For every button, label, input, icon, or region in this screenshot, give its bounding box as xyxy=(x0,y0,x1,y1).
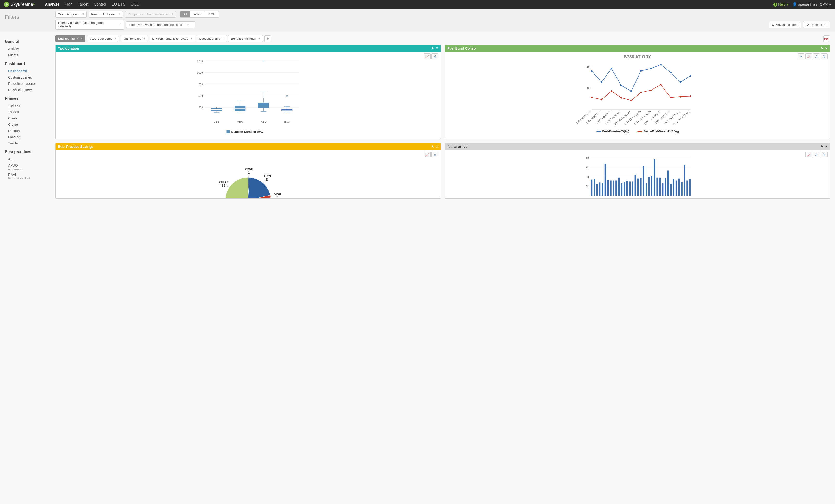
svg-text:500: 500 xyxy=(198,95,203,97)
print-icon[interactable]: 🖨 xyxy=(431,152,438,158)
close-icon[interactable]: ✕ xyxy=(190,37,192,40)
pill-all[interactable]: All xyxy=(180,11,190,18)
nav-target[interactable]: Target xyxy=(77,1,89,7)
nav-plan[interactable]: Plan xyxy=(64,1,73,7)
edit-icon[interactable]: ✎ xyxy=(431,145,434,148)
svg-rect-100 xyxy=(615,181,617,196)
add-tab-button[interactable]: ✚ xyxy=(264,35,271,42)
svg-rect-112 xyxy=(648,177,650,196)
sidebar-item-takeoff[interactable]: Takeoff xyxy=(5,109,50,115)
print-icon[interactable]: 🖨 xyxy=(813,54,820,59)
brand-name: SkyBreathe xyxy=(11,2,33,7)
reset-filters-button[interactable]: ↺Reset filters xyxy=(803,21,830,28)
brand-reg: ® xyxy=(33,3,35,6)
export-icon[interactable]: 📈 xyxy=(424,54,430,59)
close-icon[interactable]: ✕ xyxy=(115,37,117,40)
svg-text:2: 2 xyxy=(277,196,278,198)
svg-point-53 xyxy=(680,81,681,83)
print-icon[interactable]: 🖨 xyxy=(813,152,820,158)
export-icon[interactable]: 📈 xyxy=(806,152,812,158)
tab-ceo-dashboard[interactable]: CEO Dashboard✕ xyxy=(87,35,119,42)
arrival-bar-chart: 2k4k6k8k xyxy=(447,152,828,198)
close-icon[interactable]: ✕ xyxy=(81,37,83,40)
nav-eu-ets[interactable]: EU ETS xyxy=(111,1,126,7)
tab-engineering[interactable]: Engineering✎✕ xyxy=(55,35,85,42)
svg-rect-115 xyxy=(656,178,658,196)
widget-header: fuel at arrival ✎✕ xyxy=(445,143,830,150)
aircraft-pills: AllA320B738 xyxy=(180,11,219,18)
sidebar-item-climb[interactable]: Climb xyxy=(5,115,50,121)
pill-a320[interactable]: A320 xyxy=(190,11,205,18)
content: Engineering✎✕CEO Dashboard✕Maintenance✕E… xyxy=(55,32,835,202)
svg-rect-103 xyxy=(624,182,625,196)
pill-b738[interactable]: B738 xyxy=(205,11,219,18)
departure-dropdown[interactable]: Filter by departure airports (none selec… xyxy=(55,20,124,29)
sidebar-item-landing[interactable]: Landing xyxy=(5,134,50,140)
close-icon[interactable]: ✕ xyxy=(222,37,224,40)
svg-point-54 xyxy=(690,75,691,77)
close-icon[interactable]: ✕ xyxy=(143,37,145,40)
svg-line-74 xyxy=(263,181,265,183)
svg-rect-120 xyxy=(670,184,672,196)
export-icon[interactable]: 📈 xyxy=(806,54,812,59)
svg-point-52 xyxy=(670,72,672,73)
widget-fuel-arrival: fuel at arrival ✎✕ 📈🖨⇅ 2k4k6k8k xyxy=(445,143,830,199)
sidebar-item-custom-queries[interactable]: Custom queries xyxy=(5,74,50,80)
filter-icon[interactable]: ▼ xyxy=(798,54,805,59)
sidebar-item-taxi-out[interactable]: Taxi Out xyxy=(5,103,50,109)
close-icon[interactable]: ✕ xyxy=(258,37,260,40)
close-icon[interactable]: ✕ xyxy=(436,47,438,50)
tab-maintenance[interactable]: Maintenance✕ xyxy=(121,35,148,42)
brand-logo[interactable]: ✈ SkyBreathe® xyxy=(4,2,35,7)
svg-text:RAK: RAK xyxy=(284,121,290,124)
help-link[interactable]: ?Help ▾ xyxy=(773,2,789,6)
sidebar-item-predefined-queries[interactable]: Predefined queries xyxy=(5,80,50,87)
print-icon[interactable]: 🖨 xyxy=(431,54,438,59)
sidebar-item-flights[interactable]: Flights xyxy=(5,52,50,58)
filters-heading: Filters xyxy=(0,11,55,29)
sidebar-item-cruise[interactable]: Cruise xyxy=(5,121,50,128)
sidebar-item-descent[interactable]: Descent xyxy=(5,128,50,134)
pdf-export-button[interactable]: PDF xyxy=(823,35,830,42)
advanced-filters-button[interactable]: ⚙Advanced filters xyxy=(769,21,801,28)
svg-rect-105 xyxy=(629,181,631,196)
caret-icon: ⇅ xyxy=(186,23,188,26)
svg-point-49 xyxy=(640,70,642,72)
edit-icon[interactable]: ✎ xyxy=(431,47,434,50)
svg-rect-96 xyxy=(605,163,606,196)
svg-rect-110 xyxy=(643,166,644,196)
svg-rect-126 xyxy=(687,181,688,196)
arrival-dropdown[interactable]: Filter by arrival airports (none selecte… xyxy=(126,21,195,28)
widget-title: Best Practice Savings xyxy=(58,145,93,148)
widget-title: Taxi duration xyxy=(58,46,79,50)
svg-rect-106 xyxy=(632,181,633,196)
svg-text:4k: 4k xyxy=(586,175,589,178)
svg-rect-107 xyxy=(635,175,636,196)
tab-environmental-dashboard[interactable]: Environmental Dashboard✕ xyxy=(149,35,195,42)
sidebar-item-activity[interactable]: Activity xyxy=(5,46,50,52)
sidebar-item-taxi-in[interactable]: Taxi In xyxy=(5,140,50,146)
pencil-icon[interactable]: ✎ xyxy=(77,37,79,40)
nav-control[interactable]: Control xyxy=(93,1,107,7)
export-icon[interactable]: 📈 xyxy=(424,152,430,158)
sidebar-item-dashboards[interactable]: Dashboards xyxy=(5,68,50,74)
edit-icon[interactable]: ✎ xyxy=(821,145,823,148)
nav-analyze[interactable]: Analyze xyxy=(44,1,60,7)
svg-rect-92 xyxy=(593,179,595,196)
tab-benefit-simulation[interactable]: Benefit Simulation✕ xyxy=(228,35,263,42)
period-dropdown[interactable]: Period : Full year⇅ xyxy=(88,11,123,18)
tab-descent-profile[interactable]: Descent profile✕ xyxy=(197,35,227,42)
edit-icon[interactable]: ✎ xyxy=(821,47,823,50)
svg-rect-121 xyxy=(673,179,674,196)
sidebar-item-new-edit-query[interactable]: New/Edit Query xyxy=(5,87,50,93)
close-icon[interactable]: ✕ xyxy=(436,145,438,148)
close-icon[interactable]: ✕ xyxy=(825,47,828,50)
sidebar-item-all[interactable]: ALL xyxy=(5,156,50,162)
sort-icon[interactable]: ⇅ xyxy=(821,152,828,158)
sort-icon[interactable]: ⇅ xyxy=(821,54,828,59)
nav-occ[interactable]: OCC xyxy=(130,1,140,7)
year-dropdown[interactable]: Year : All years⇅ xyxy=(55,11,87,18)
svg-rect-94 xyxy=(599,182,600,196)
user-menu[interactable]: 👤 openairlines (OPA) ▾ xyxy=(792,2,831,6)
close-icon[interactable]: ✕ xyxy=(825,145,828,148)
